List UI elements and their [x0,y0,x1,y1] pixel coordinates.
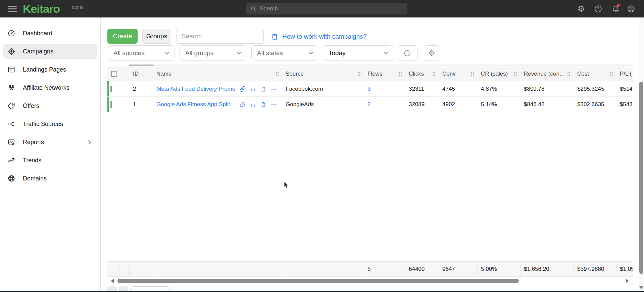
pagination-prev-button[interactable] [107,286,117,291]
table-row[interactable]: 1 Google Ads Fitness App Split GoogleAds… [107,97,633,112]
drag-handle-icon[interactable] [398,72,402,76]
row-source: GoogleAds [282,101,364,108]
dashboard-icon [7,29,15,37]
scrollbar-thumb[interactable] [639,82,643,274]
campaigns-icon [7,47,15,55]
sidebar-item-dashboard[interactable]: Dashboard [0,26,101,41]
row-checkbox[interactable] [110,86,112,92]
chevron-down-icon [237,50,241,54]
row-pl: $514 [616,86,633,92]
column-header-cost[interactable]: Cost [574,67,616,81]
account-avatar-icon[interactable] [627,4,635,13]
sources-filter-dropdown[interactable]: All sources [108,45,175,61]
scroll-down-arrow[interactable] [639,286,643,289]
campaign-stats-icon[interactable] [250,86,256,92]
column-header-cr-sales[interactable]: CR (sales) [478,67,521,81]
states-filter-dropdown[interactable]: All states [251,45,318,61]
row-revenue: $846.42 [521,101,574,108]
table-settings-button[interactable]: ⚙ [424,45,439,61]
select-all-checkbox[interactable] [111,71,117,77]
sidebar-item-traffic-sources[interactable]: Traffic Sources [0,117,101,131]
campaign-stats-icon[interactable] [250,101,256,108]
campaign-log-icon[interactable] [260,86,266,92]
scroll-right-arrow[interactable] [626,279,629,283]
groups-filter-dropdown[interactable]: All groups [180,45,246,61]
row-conversions: 4745 [439,86,478,92]
vertical-scrollbar[interactable] [639,17,644,292]
sidebar-item-reports[interactable]: Reports [0,135,101,150]
more-actions-icon[interactable] [271,86,277,92]
drag-handle-icon[interactable] [470,72,475,76]
drag-handle-icon[interactable] [513,72,517,76]
row-source: Facebook.com [282,86,364,92]
column-header-clicks[interactable]: Clicks [405,67,439,81]
table-row[interactable]: 2 Meta Ads Food Delivery Promo Facebook.… [107,81,633,97]
drag-handle-icon[interactable] [609,72,613,76]
keitaro-app: Keitaro demo ⚙ ? Dashboard Campaigns [0,0,644,292]
sidebar-item-landings-pages[interactable]: Landings Pages [0,62,101,77]
row-cost: $295.3245 [574,86,616,92]
campaign-name-link[interactable]: Google Ads Fitness App Split [156,101,230,108]
date-range-dropdown[interactable]: Today [323,45,393,61]
column-header-source[interactable]: Source [282,67,364,81]
global-search-input[interactable] [260,5,403,12]
sidebar-item-campaigns[interactable]: Campaigns [0,44,101,59]
table-totals-row: 5 64400 9647 5.00% $1,656.20 $597.9880 $… [107,261,633,277]
table-header: ID Name Source Flows Clicks Conv. CR (sa… [107,67,633,81]
campaign-name-link[interactable]: Meta Ads Food Delivery Promo [156,86,235,92]
sidebar-item-affiliate-networks[interactable]: Affiliate Networks [0,80,101,95]
sidebar-item-offers[interactable]: Offers [0,98,101,113]
column-header-id[interactable]: ID [130,67,153,81]
status-column-header [119,67,130,81]
create-button[interactable]: Create [107,29,138,44]
pagination-next-button[interactable] [119,286,128,291]
column-header-pl[interactable]: P/L ( [616,67,633,81]
settings-gear-icon[interactable]: ⚙ [577,4,586,13]
drag-handle-icon[interactable] [432,72,436,76]
totals-pl: $1,05 [616,262,633,276]
column-header-conv[interactable]: Conv. [439,67,478,81]
more-actions-icon[interactable] [271,101,277,108]
row-pl: $543 [616,101,633,108]
column-header-revenue[interactable]: Revenue (con… [521,67,574,81]
row-cost: $302.6635 [574,101,616,108]
notification-badge [617,4,620,7]
drag-handle-icon[interactable] [567,72,571,76]
notifications-bell-icon[interactable] [611,4,620,13]
row-flows: 2 [364,101,405,108]
sidebar-item-domains[interactable]: Domains [0,171,101,186]
table-top-scrollbar[interactable] [129,65,633,66]
landing-pages-icon [7,66,15,74]
chevron-down-icon [384,50,388,54]
chevron-down-icon [309,50,313,54]
groups-button[interactable]: Groups [142,29,171,44]
campaign-link-icon[interactable] [240,101,246,108]
select-all-cell [107,67,119,81]
refresh-button[interactable] [397,45,417,61]
bottom-edge-bar [0,291,644,292]
global-search[interactable] [246,3,407,14]
campaign-log-icon[interactable] [260,101,266,108]
drag-handle-icon[interactable] [357,72,361,76]
table-bottom-scrollbar[interactable] [107,278,633,284]
row-id: 2 [130,86,153,92]
flows-link[interactable]: 3 [367,86,370,92]
hamburger-menu-icon[interactable] [8,6,17,12]
campaign-search-input[interactable] [177,29,264,44]
row-clicks: 32089 [405,101,439,108]
chevron-right-icon [87,140,91,144]
flows-link[interactable]: 2 [367,101,370,108]
search-icon [250,6,256,12]
row-checkbox[interactable] [110,101,112,108]
column-header-flows[interactable]: Flows [364,67,405,81]
help-link[interactable]: How to work with campaigns? [271,32,366,41]
scrollbar-thumb[interactable] [117,279,519,283]
drag-handle-icon[interactable] [275,72,279,76]
help-icon[interactable]: ? [594,4,602,13]
column-header-name[interactable]: Name [153,67,282,81]
scrollbar-thumb[interactable] [129,65,154,66]
totals-clicks: 64400 [405,262,439,276]
campaign-link-icon[interactable] [240,86,246,92]
sidebar-item-trends[interactable]: Trends [0,153,101,168]
scroll-left-arrow[interactable] [111,279,114,283]
